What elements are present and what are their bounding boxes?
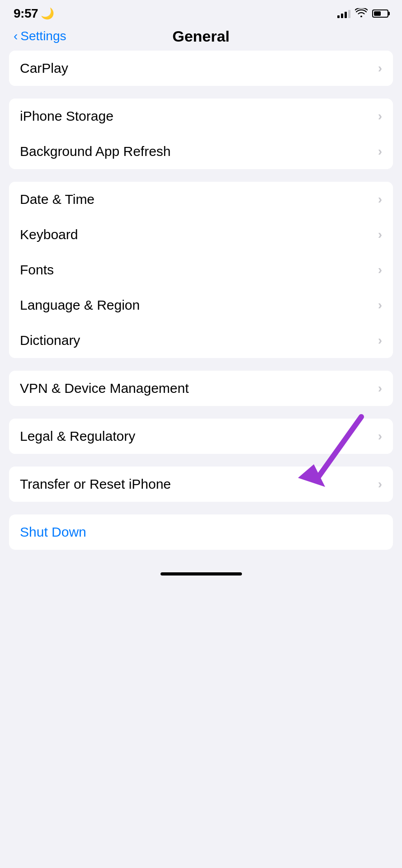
background-app-refresh-chevron-icon: ›: [378, 144, 382, 159]
shutdown-section: Shut Down: [9, 514, 393, 550]
status-icons: [337, 8, 388, 19]
background-app-refresh-item[interactable]: Background App Refresh ›: [9, 134, 393, 169]
fonts-label: Fonts: [20, 262, 54, 278]
keyboard-item[interactable]: Keyboard ›: [9, 217, 393, 252]
back-label[interactable]: Settings: [20, 29, 66, 43]
back-button[interactable]: ‹ Settings: [14, 29, 66, 43]
carplay-item[interactable]: CarPlay ›: [9, 51, 393, 86]
language-region-item[interactable]: Language & Region ›: [9, 288, 393, 323]
vpn-device-management-label: VPN & Device Management: [20, 381, 189, 396]
legal-regulatory-chevron-icon: ›: [378, 429, 382, 443]
signal-icon: [337, 9, 350, 18]
language-region-chevron-icon: ›: [378, 298, 382, 312]
status-bar: 9:57 🌙: [0, 0, 402, 24]
shut-down-label: Shut Down: [20, 524, 86, 540]
iphone-storage-chevron-icon: ›: [378, 109, 382, 123]
fonts-chevron-icon: ›: [378, 263, 382, 277]
shut-down-item[interactable]: Shut Down: [9, 514, 393, 550]
page-title: General: [172, 28, 230, 45]
vpn-device-management-chevron-icon: ›: [378, 381, 382, 396]
dictionary-item[interactable]: Dictionary ›: [9, 323, 393, 358]
reset-section: Transfer or Reset iPhone ›: [9, 467, 393, 502]
keyboard-label: Keyboard: [20, 227, 78, 242]
transfer-reset-label: Transfer or Reset iPhone: [20, 476, 171, 492]
wifi-icon: [355, 8, 368, 19]
dictionary-label: Dictionary: [20, 333, 80, 348]
transfer-reset-chevron-icon: ›: [378, 477, 382, 491]
moon-icon: 🌙: [41, 7, 54, 20]
language-section: Date & Time › Keyboard › Fonts › Languag…: [9, 182, 393, 358]
reset-shutdown-wrapper: Transfer or Reset iPhone › Shut Down: [9, 467, 393, 550]
carplay-section: CarPlay ›: [9, 51, 393, 86]
iphone-storage-label: iPhone Storage: [20, 108, 114, 124]
date-time-label: Date & Time: [20, 192, 95, 207]
legal-regulatory-item[interactable]: Legal & Regulatory ›: [9, 419, 393, 454]
settings-list: CarPlay › iPhone Storage › Background Ap…: [0, 51, 402, 550]
back-chevron-icon: ‹: [14, 29, 18, 43]
date-time-item[interactable]: Date & Time ›: [9, 182, 393, 217]
shutdown-section-wrapper: Shut Down: [9, 514, 393, 550]
home-bar: [161, 572, 242, 576]
transfer-reset-item[interactable]: Transfer or Reset iPhone ›: [9, 467, 393, 502]
carplay-label: CarPlay: [20, 61, 68, 76]
home-indicator: [0, 563, 402, 580]
vpn-section: VPN & Device Management ›: [9, 371, 393, 406]
legal-regulatory-label: Legal & Regulatory: [20, 429, 135, 444]
legal-section: Legal & Regulatory ›: [9, 419, 393, 454]
battery-icon: [372, 9, 388, 18]
date-time-chevron-icon: ›: [378, 192, 382, 207]
background-app-refresh-label: Background App Refresh: [20, 144, 171, 159]
vpn-device-management-item[interactable]: VPN & Device Management ›: [9, 371, 393, 406]
keyboard-chevron-icon: ›: [378, 227, 382, 242]
iphone-storage-item[interactable]: iPhone Storage ›: [9, 99, 393, 134]
status-time: 9:57: [14, 6, 38, 21]
status-time-area: 9:57 🌙: [14, 6, 54, 21]
nav-bar: ‹ Settings General: [0, 24, 402, 51]
fonts-item[interactable]: Fonts ›: [9, 252, 393, 288]
storage-section: iPhone Storage › Background App Refresh …: [9, 99, 393, 169]
language-region-label: Language & Region: [20, 297, 140, 313]
dictionary-chevron-icon: ›: [378, 333, 382, 348]
carplay-chevron-icon: ›: [378, 61, 382, 75]
